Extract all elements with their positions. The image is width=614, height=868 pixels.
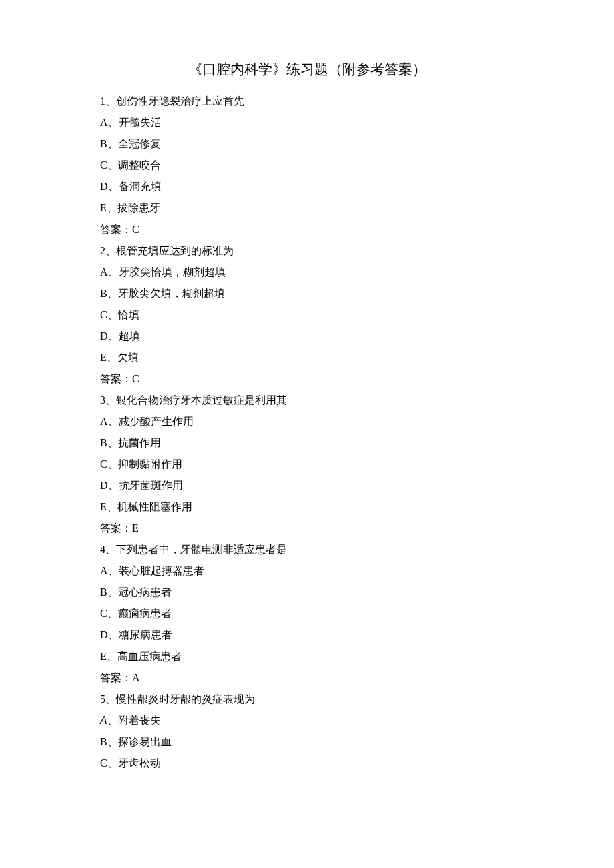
option-line: E、拔除患牙 xyxy=(100,197,514,219)
option-line: B、冠心病患者 xyxy=(100,582,514,603)
option-line: D、糖尿病患者 xyxy=(100,624,514,646)
answer-line: 答案：A xyxy=(100,667,514,689)
question-stem: 4、下列患者中，牙髓电测非适应患者是 xyxy=(100,539,514,560)
option-line: B、牙胶尖欠填，糊剂超填 xyxy=(100,283,514,304)
option-line: E、机械性阻塞作用 xyxy=(100,496,514,518)
option-line: B、探诊易出血 xyxy=(100,731,514,753)
option-line: C、恰填 xyxy=(100,304,514,326)
answer-line: 答案：C xyxy=(100,219,514,240)
answer-line: 答案：E xyxy=(100,518,514,539)
document-page: 《口腔内科学》练习题（附参考答案） 1、创伤性牙隐裂治疗上应首先 A、开髓失活 … xyxy=(0,0,614,868)
question-block: 2、根管充填应达到的标准为 A、牙胶尖恰填，糊剂超填 B、牙胶尖欠填，糊剂超填 … xyxy=(100,240,514,390)
question-block: 5、慢性龈炎时牙龈的炎症表现为 A、附着丧失 B、探诊易出血 C、牙齿松动 xyxy=(100,689,514,774)
question-block: 1、创伤性牙隐裂治疗上应首先 A、开髓失活 B、全冠修复 C、调整咬合 D、备洞… xyxy=(100,91,514,240)
option-line: E、欠填 xyxy=(100,347,514,368)
document-title: 《口腔内科学》练习题（附参考答案） xyxy=(100,60,514,79)
option-line: C、调整咬合 xyxy=(100,155,514,176)
question-stem: 2、根管充填应达到的标准为 xyxy=(100,240,514,262)
option-line: E、高血压病患者 xyxy=(100,646,514,667)
option-line: C、抑制黏附作用 xyxy=(100,454,514,475)
option-line: A、开髓失活 xyxy=(100,112,514,133)
question-stem: 3、银化合物治疗牙本质过敏症是利用其 xyxy=(100,390,514,411)
option-line: A、减少酸产生作用 xyxy=(100,411,514,432)
question-block: 3、银化合物治疗牙本质过敏症是利用其 A、减少酸产生作用 B、抗菌作用 C、抑制… xyxy=(100,390,514,539)
option-line: C、癫痫病患者 xyxy=(100,603,514,624)
question-stem: 1、创伤性牙隐裂治疗上应首先 xyxy=(100,91,514,112)
question-stem: 5、慢性龈炎时牙龈的炎症表现为 xyxy=(100,689,514,710)
option-line: B、抗菌作用 xyxy=(100,432,514,454)
option-line: A、附着丧失 xyxy=(100,710,514,731)
option-line: C、牙齿松动 xyxy=(100,753,514,774)
answer-line: 答案：C xyxy=(100,368,514,390)
option-line: D、抗牙菌斑作用 xyxy=(100,475,514,496)
option-line: D、备洞充填 xyxy=(100,176,514,197)
question-block: 4、下列患者中，牙髓电测非适应患者是 A、装心脏起搏器患者 B、冠心病患者 C、… xyxy=(100,539,514,689)
option-line: A、装心脏起搏器患者 xyxy=(100,560,514,582)
option-line: B、全冠修复 xyxy=(100,133,514,155)
option-line: A、牙胶尖恰填，糊剂超填 xyxy=(100,262,514,283)
option-line: D、超填 xyxy=(100,326,514,347)
